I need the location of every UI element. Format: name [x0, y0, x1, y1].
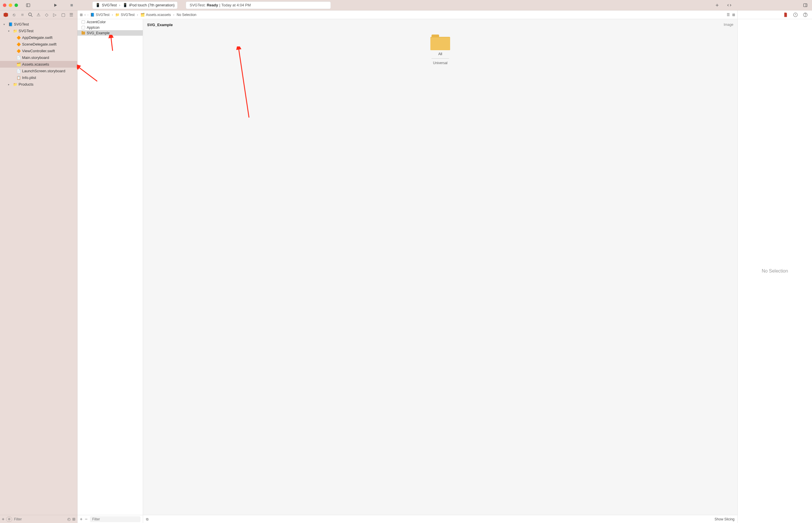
assets-catalog-icon: 🗂️ — [141, 13, 145, 17]
appicon-set-icon — [82, 26, 85, 29]
close-window-button[interactable] — [3, 3, 6, 7]
add-asset-button[interactable]: + — [80, 517, 83, 522]
asset-canvas-footer: ⧉ Show Slicing — [143, 515, 737, 523]
tree-file-assets-selected[interactable]: 🗂️Assets.xcassets — [0, 61, 77, 68]
tree-products[interactable]: ▸ 📁 Products — [0, 81, 77, 88]
run-button[interactable] — [52, 1, 59, 9]
tree-file[interactable]: 🔶ViewController.swift — [0, 48, 77, 54]
status-separator: | — [219, 3, 220, 7]
file-label: Assets.xcassets — [22, 62, 49, 67]
asset-filter-input[interactable] — [90, 516, 141, 522]
crumb-label: SVGTest — [96, 13, 109, 17]
scheme-name: SVGTest — [102, 3, 117, 7]
report-navigator-tab[interactable]: ☰ — [69, 12, 74, 18]
project-tree[interactable]: ▾ 📘 SVGTest ▾ 📁 SVGTest 🔶AppDelegate.swi… — [0, 19, 77, 515]
scheme-selector[interactable]: 📱 SVGTest › 📱 iPod touch (7th generation… — [92, 1, 178, 9]
traffic-lights — [3, 3, 18, 7]
editor-options-button[interactable]: ☰ — [727, 13, 730, 17]
debug-navigator-tab[interactable]: ▷ — [52, 12, 58, 18]
navigator-footer: + ⊜ ◴ ⊞ — [0, 515, 77, 523]
test-navigator-tab[interactable]: ◇ — [44, 12, 50, 18]
jumpbar-crumb[interactable]: 📁SVGTest — [115, 13, 134, 17]
tree-file[interactable]: 🔶AppDelegate.swift — [0, 34, 77, 41]
file-label: SceneDelegate.swift — [22, 42, 57, 47]
slot-label: All — [438, 52, 442, 56]
remove-asset-button[interactable]: − — [85, 517, 87, 522]
crumb-label: Assets.xcassets — [146, 13, 171, 17]
add-editor-button[interactable]: ⊞ — [732, 13, 735, 17]
file-label: ViewController.swift — [22, 49, 55, 53]
zoom-window-button[interactable] — [15, 3, 18, 7]
tree-file[interactable]: 📄LaunchScreen.storyboard — [0, 68, 77, 74]
source-control-navigator-tab[interactable]: ⎋ — [11, 12, 17, 18]
toggle-inspector-button[interactable] — [801, 1, 809, 9]
device-preview-button[interactable]: ⧉ — [146, 517, 149, 521]
find-navigator-tab[interactable] — [28, 12, 33, 18]
toggle-navigator-button[interactable] — [24, 1, 32, 9]
swift-file-icon: 🔶 — [16, 42, 21, 47]
help-inspector-tab[interactable] — [803, 12, 808, 17]
tree-root[interactable]: ▾ 📘 SVGTest — [0, 21, 77, 28]
add-tab-button[interactable] — [713, 1, 721, 9]
related-items-button[interactable]: ⊞ — [80, 13, 83, 17]
add-button[interactable]: + — [2, 517, 4, 522]
chevron-right-icon: › — [137, 13, 138, 17]
asset-label: AccentColor — [87, 20, 106, 24]
storyboard-file-icon: 📄 — [16, 69, 21, 73]
scm-filter-icon[interactable]: ⊞ — [72, 517, 75, 521]
navigator-filter-input[interactable] — [14, 517, 66, 521]
jumpbar-crumb[interactable]: No Selection — [177, 13, 197, 17]
file-inspector-tab[interactable] — [783, 12, 788, 17]
minimize-window-button[interactable] — [9, 3, 12, 7]
navigator-tabs: ⎋ ⌗ ⚠ ◇ ▷ ▢ ☰ — [0, 11, 77, 19]
inspector-empty-label: No Selection — [762, 269, 788, 274]
chevron-right-icon[interactable]: ▸ — [8, 83, 12, 86]
xcodeproj-icon: 📘 — [90, 13, 95, 17]
code-review-button[interactable] — [725, 1, 733, 9]
jumpbar-crumb[interactable]: 🗂️Assets.xcassets — [141, 13, 171, 17]
editor-area: ⊞ ‹ › 📘SVGTest › 📁SVGTest › 🗂️Assets.xca… — [77, 11, 738, 523]
inspector-empty-state: No Selection — [738, 19, 812, 523]
products-label: Products — [19, 82, 33, 87]
asset-label: AppIcon — [87, 25, 100, 30]
tree-file[interactable]: 📋Info.plist — [0, 74, 77, 81]
slot-sublabel: Universal — [433, 61, 448, 65]
status-prefix: SVGTest: — [190, 3, 205, 7]
tree-file[interactable]: 🔶SceneDelegate.swift — [0, 41, 77, 48]
filter-scope-button[interactable]: ⊜ — [6, 517, 12, 522]
project-navigator-tab[interactable] — [3, 12, 9, 18]
image-slot[interactable]: All Universal — [430, 37, 450, 515]
file-label: Info.plist — [22, 75, 36, 80]
history-inspector-tab[interactable] — [793, 12, 798, 17]
folder-icon: 📁 — [13, 29, 17, 33]
tree-group[interactable]: ▾ 📁 SVGTest — [0, 28, 77, 34]
navigator: ⎋ ⌗ ⚠ ◇ ▷ ▢ ☰ ▾ 📘 SVGTest ▾ 📁 SVGTest 🔶A… — [0, 11, 77, 523]
recent-files-filter-icon[interactable]: ◴ — [67, 517, 71, 521]
svg-point-7 — [29, 13, 31, 16]
symbol-navigator-tab[interactable]: ⌗ — [19, 12, 25, 18]
forward-button[interactable]: › — [87, 13, 89, 17]
asset-list-footer: + − — [77, 515, 143, 523]
asset-item-selected[interactable]: SVG_Example — [77, 30, 143, 36]
asset-canvas: SVG_Example Image All Universal ⧉ Show S… — [143, 19, 737, 523]
svg-rect-2 — [71, 4, 73, 6]
chevron-right-icon: › — [173, 13, 175, 17]
asset-item[interactable]: AccentColor — [77, 19, 143, 25]
show-slicing-button[interactable]: Show Slicing — [715, 517, 735, 521]
svg-point-11 — [805, 16, 805, 16]
svg-rect-0 — [26, 3, 30, 7]
swift-file-icon: 🔶 — [16, 49, 21, 53]
chevron-down-icon[interactable]: ▾ — [8, 30, 12, 33]
asset-item[interactable]: AppIcon — [77, 25, 143, 30]
breakpoint-navigator-tab[interactable]: ▢ — [60, 12, 66, 18]
jumpbar-crumb[interactable]: 📘SVGTest — [90, 13, 109, 17]
chevron-down-icon[interactable]: ▾ — [3, 23, 7, 26]
activity-status[interactable]: SVGTest: Ready | Today at 4:04 PM — [186, 1, 331, 9]
tree-file[interactable]: 📄Main.storyboard — [0, 54, 77, 61]
app-icon: 📱 — [95, 3, 100, 7]
xcodeproj-icon: 📘 — [8, 22, 13, 27]
back-button[interactable]: ‹ — [85, 13, 86, 17]
chevron-right-icon: › — [112, 13, 113, 17]
stop-button[interactable] — [68, 1, 75, 9]
issue-navigator-tab[interactable]: ⚠ — [36, 12, 41, 18]
